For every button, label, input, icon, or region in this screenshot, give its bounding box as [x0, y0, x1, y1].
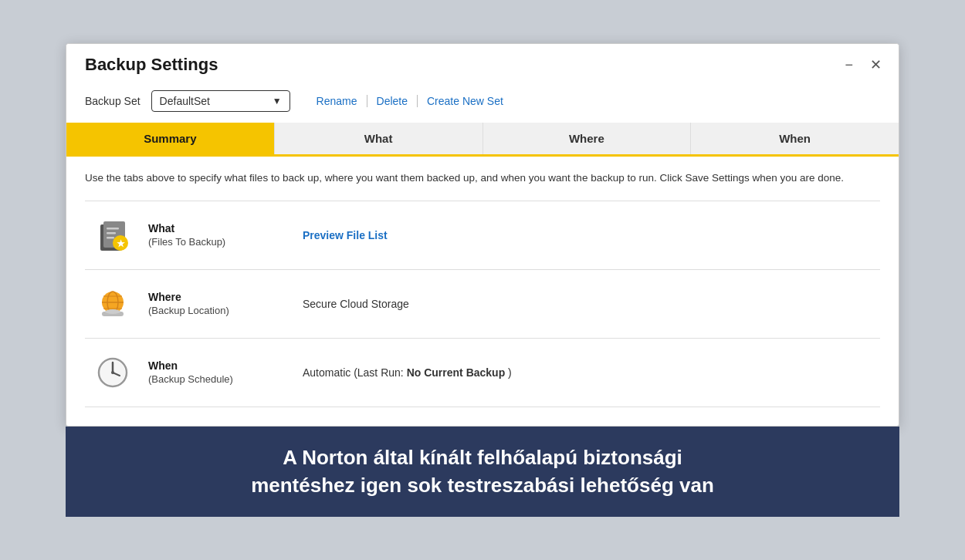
tabs: Summary What Where When	[66, 123, 899, 157]
backup-set-dropdown[interactable]: DefaultSet ▼	[151, 90, 290, 112]
when-sublabel: (Backup Schedule)	[148, 373, 287, 385]
where-sublabel: (Backup Location)	[148, 305, 287, 316]
summary-list: ★ What (Files To Backup) Preview File Li…	[85, 201, 880, 407]
svg-point-18	[111, 371, 114, 374]
chevron-down-icon: ▼	[273, 96, 282, 106]
create-new-set-link[interactable]: Create New Set	[418, 95, 513, 107]
when-svg-icon	[94, 354, 131, 391]
when-label: When	[148, 359, 287, 372]
outer-wrapper: Backup Settings − ✕ Backup Set DefaultSe…	[0, 0, 965, 560]
what-label: What	[148, 222, 287, 234]
backup-set-label: Backup Set	[85, 95, 141, 107]
tab-description: Use the tabs above to specify what files…	[85, 170, 880, 186]
toolbar-actions: Rename Delete Create New Set	[307, 95, 513, 107]
svg-rect-5	[107, 237, 114, 239]
delete-link[interactable]: Delete	[367, 95, 418, 107]
svg-rect-4	[107, 232, 116, 234]
backup-settings-window: Backup Settings − ✕ Backup Set DefaultSe…	[66, 43, 899, 426]
where-value: Secure Cloud Storage	[303, 298, 872, 310]
caption-bar: A Norton által kínált felhőalapú biztons…	[66, 427, 899, 517]
tab-what[interactable]: What	[275, 123, 483, 154]
when-value: Automatic (Last Run: No Current Backup )	[303, 366, 872, 379]
rename-link[interactable]: Rename	[307, 95, 367, 107]
tab-where[interactable]: Where	[483, 123, 692, 154]
files-icon: ★	[93, 215, 133, 255]
summary-row-what: ★ What (Files To Backup) Preview File Li…	[85, 201, 880, 270]
what-svg-icon: ★	[94, 217, 131, 254]
window-title: Backup Settings	[85, 55, 218, 75]
backup-set-value: DefaultSet	[160, 95, 210, 107]
when-info: When (Backup Schedule)	[148, 359, 287, 385]
where-info: Where (Backup Location)	[148, 291, 287, 316]
tab-when[interactable]: When	[691, 123, 899, 154]
cloud-icon	[93, 284, 133, 324]
preview-file-list-link[interactable]: Preview File List	[303, 229, 872, 241]
title-bar: Backup Settings − ✕	[66, 44, 899, 83]
what-sublabel: (Files To Backup)	[148, 236, 287, 248]
summary-row-where: Where (Backup Location) Secure Cloud Sto…	[85, 270, 880, 339]
where-label: Where	[148, 291, 287, 303]
what-info: What (Files To Backup)	[148, 222, 287, 248]
toolbar: Backup Set DefaultSet ▼ Rename Delete Cr…	[66, 83, 899, 123]
close-button[interactable]: ✕	[867, 56, 885, 73]
tab-summary[interactable]: Summary	[66, 123, 275, 154]
when-bold-value: No Current Backup	[407, 366, 506, 379]
caption-text: A Norton által kínált felhőalapú biztons…	[112, 444, 853, 500]
summary-row-when: When (Backup Schedule) Automatic (Last R…	[85, 339, 880, 407]
svg-text:★: ★	[117, 238, 125, 249]
minimize-button[interactable]: −	[841, 56, 856, 73]
title-bar-controls: − ✕	[841, 56, 885, 73]
tab-content: Use the tabs above to specify what files…	[66, 157, 899, 425]
clock-icon	[93, 353, 133, 393]
svg-rect-3	[107, 228, 119, 230]
svg-point-13	[105, 309, 120, 314]
where-svg-icon	[94, 285, 131, 322]
